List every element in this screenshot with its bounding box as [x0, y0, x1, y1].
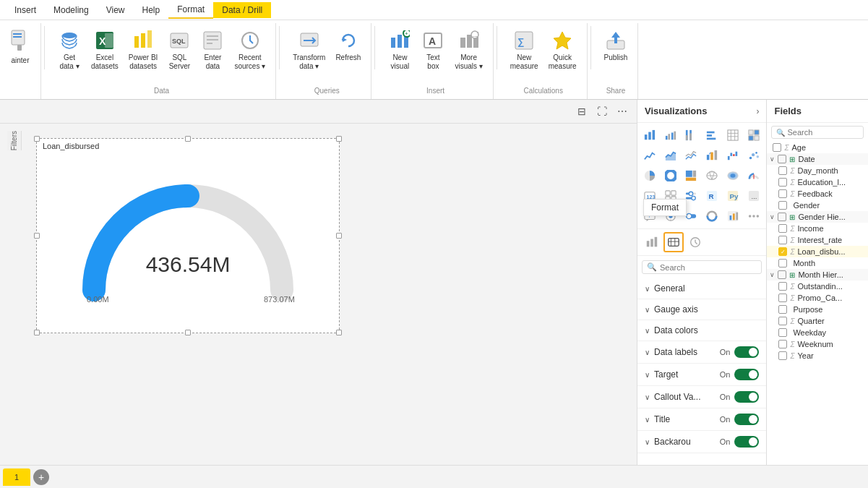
viz-icon-python[interactable]: Py: [723, 187, 742, 205]
tab-add-button[interactable]: +: [33, 469, 49, 485]
menu-insert[interactable]: Insert: [6, 2, 45, 18]
new-measure-button[interactable]: ∑ Newmeasure: [506, 26, 543, 74]
field-item-weekday[interactable]: Weekday: [767, 327, 868, 338]
viz-analytics-btn[interactable]: [685, 232, 705, 252]
field-group-date[interactable]: ∨ ⊞ Date: [767, 153, 868, 165]
field-item-weeknum[interactable]: Σ Weeknum: [767, 338, 868, 350]
selection-handle-tl[interactable]: [34, 136, 40, 142]
field-checkbox-loan[interactable]: [778, 247, 787, 256]
get-data-button[interactable]: Getdata ▾: [53, 26, 85, 74]
menu-help[interactable]: Help: [134, 2, 169, 18]
viz-build-btn[interactable]: [642, 232, 662, 252]
viz-icon-more[interactable]: ...: [744, 187, 763, 205]
fields-search-input[interactable]: [787, 128, 859, 137]
powerbi-button[interactable]: Power BIdatasets: [124, 26, 163, 74]
callout-toggle[interactable]: [734, 391, 759, 403]
field-item-daymonth[interactable]: Σ Day_month: [767, 165, 868, 176]
viz-icon-map[interactable]: [702, 166, 721, 185]
publish-button[interactable]: Publish: [600, 26, 632, 65]
more-visuals-button[interactable]: ... Morevisuals ▾: [450, 26, 486, 74]
format-section-target[interactable]: ∨ Target On: [637, 364, 766, 386]
filters-sidebar[interactable]: Filters: [7, 131, 22, 150]
gauge-chart-container[interactable]: Loan_disbursed 436.54M 0.00M: [36, 138, 340, 333]
viz-icon-line[interactable]: [640, 146, 659, 165]
filter-toolbar-btn[interactable]: ⊟: [573, 103, 590, 120]
format-section-general[interactable]: ∨ General: [637, 278, 766, 299]
viz-icon-donut[interactable]: [661, 166, 680, 185]
field-checkbox-promo[interactable]: [778, 294, 787, 302]
field-checkbox-quarter[interactable]: [778, 317, 787, 325]
field-checkbox-daymonth[interactable]: [778, 166, 787, 175]
format-section-title[interactable]: ∨ Title On: [637, 408, 766, 431]
sql-button[interactable]: SQL SQLServer: [163, 26, 195, 74]
menu-format[interactable]: Format: [168, 1, 213, 19]
selection-handle-tm[interactable]: [185, 136, 191, 142]
viz-icon-custom1[interactable]: [682, 207, 700, 226]
expand-toolbar-btn[interactable]: ⛶: [593, 103, 611, 120]
painter-button[interactable]: ainter: [6, 26, 35, 68]
field-checkbox-interest[interactable]: [778, 236, 787, 244]
viz-panel-collapse[interactable]: ›: [756, 106, 759, 116]
viz-icon-smart[interactable]: [661, 207, 680, 226]
refresh-button[interactable]: Refresh: [331, 26, 365, 65]
field-checkbox-month-hier[interactable]: [778, 270, 786, 279]
excel-button[interactable]: X Exceldatasets: [87, 26, 123, 74]
viz-icon-ribbon[interactable]: [702, 146, 721, 165]
bg-toggle[interactable]: [734, 436, 759, 448]
selection-handle-tr[interactable]: [336, 136, 342, 142]
field-item-loan[interactable]: Σ Loan_disbu...: [767, 246, 868, 257]
field-item-purpose[interactable]: Purpose: [767, 304, 868, 315]
viz-icon-100pct-bar[interactable]: [682, 126, 700, 145]
viz-icon-clustered-bar[interactable]: [661, 126, 680, 145]
menu-view[interactable]: View: [98, 2, 134, 18]
field-checkbox-education[interactable]: [778, 178, 787, 187]
viz-icon-qna[interactable]: ?: [640, 207, 659, 226]
viz-search-box[interactable]: 🔍: [642, 260, 762, 274]
viz-icon-waterfall[interactable]: [723, 146, 742, 165]
format-section-background[interactable]: ∨ Backarou On: [637, 431, 766, 453]
field-item-promo[interactable]: Σ Promo_Ca...: [767, 292, 868, 304]
field-checkbox-outstanding[interactable]: [778, 282, 787, 291]
viz-icon-area[interactable]: [661, 146, 680, 165]
field-group-month-hier[interactable]: ∨ ⊞ Month Hier...: [767, 269, 868, 281]
field-checkbox-gender[interactable]: [778, 201, 787, 210]
fields-search-box[interactable]: 🔍: [771, 126, 864, 139]
field-item-age[interactable]: Σ Age: [767, 142, 868, 153]
field-checkbox-gender-hier[interactable]: [778, 213, 786, 221]
field-item-gender[interactable]: Gender: [767, 200, 868, 211]
viz-icon-pie[interactable]: [640, 166, 659, 185]
viz-icon-filled-map[interactable]: [723, 166, 742, 185]
field-item-quarter[interactable]: Σ Quarter: [767, 315, 868, 327]
more-toolbar-btn[interactable]: ⋯: [614, 103, 631, 120]
field-item-income[interactable]: Σ Income: [767, 223, 868, 234]
title-toggle[interactable]: [734, 414, 759, 425]
new-visual-button[interactable]: + Newvisual: [384, 26, 416, 74]
enter-data-button[interactable]: Enterdata: [197, 26, 228, 74]
viz-icon-ellipsis[interactable]: [744, 207, 763, 226]
viz-format-btn[interactable]: [663, 232, 684, 252]
format-section-data-labels[interactable]: ∨ Data labels On: [637, 341, 766, 364]
transform-button[interactable]: Transformdata ▾: [288, 26, 330, 74]
text-box-button[interactable]: A Textbox: [417, 26, 449, 74]
field-checkbox-age[interactable]: [773, 143, 781, 152]
target-toggle[interactable]: [734, 369, 759, 380]
viz-icon-bar-chart[interactable]: [702, 126, 721, 145]
recent-sources-button[interactable]: Recentsources ▾: [230, 26, 270, 74]
field-item-feedback[interactable]: Σ Feedback: [767, 188, 868, 200]
field-checkbox-month[interactable]: [778, 259, 787, 267]
viz-icon-slicer[interactable]: [682, 187, 700, 205]
field-item-outstanding[interactable]: Σ Outstandin...: [767, 281, 868, 292]
field-checkbox-date[interactable]: [778, 155, 786, 163]
viz-icon-R[interactable]: R: [702, 187, 721, 205]
viz-search-input[interactable]: [660, 263, 757, 272]
viz-icon-line-stacked[interactable]: [682, 146, 700, 165]
field-checkbox-year[interactable]: [778, 351, 787, 360]
viz-icon-card[interactable]: 123: [640, 187, 659, 205]
field-checkbox-feedback[interactable]: [778, 189, 787, 198]
menu-data-drill[interactable]: Data / Drill: [213, 2, 271, 18]
field-checkbox-income[interactable]: [778, 224, 787, 233]
field-item-education[interactable]: Σ Education_l...: [767, 176, 868, 188]
viz-icon-gauge[interactable]: [744, 166, 763, 185]
field-checkbox-purpose[interactable]: [778, 305, 787, 314]
viz-icon-scatter[interactable]: [744, 146, 763, 165]
